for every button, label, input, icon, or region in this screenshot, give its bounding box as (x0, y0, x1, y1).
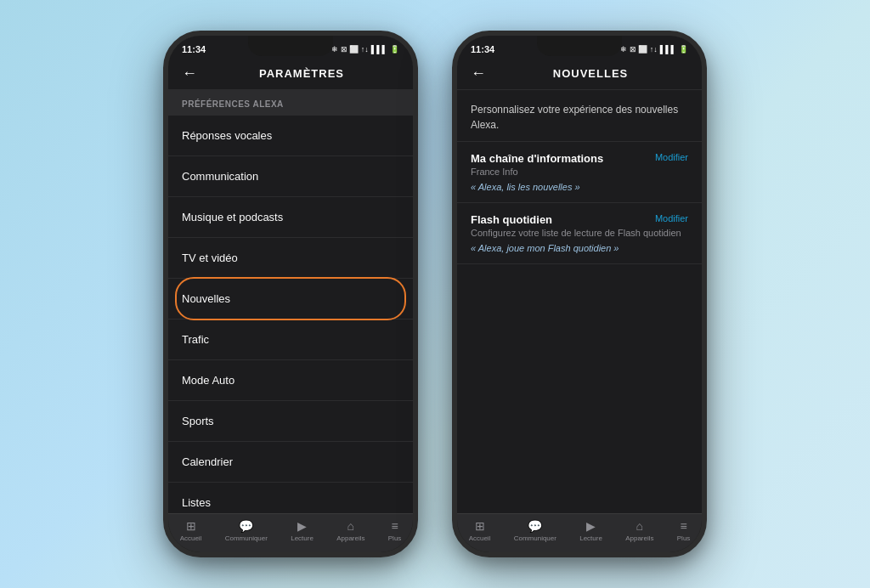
tab-appareils-label: Appareils (336, 534, 364, 542)
tab-communiquer[interactable]: 💬 Communiquer (225, 519, 268, 542)
menu-item-sports[interactable]: Sports (168, 401, 413, 442)
left-menu-content: Réponses vocales Communication Musique e… (168, 116, 413, 513)
menu-item-nouvelles-label: Nouvelles (182, 292, 230, 305)
left-status-icons: 23,0 Ko/s ✦ ❄ ⊠ ⬜ ↑↓ ▌▌▌ 🔋 (288, 45, 399, 54)
left-phone-screen: 11:34 23,0 Ko/s ✦ ❄ ⊠ ⬜ ↑↓ ▌▌▌ 🔋 ← PARAM… (168, 36, 413, 552)
menu-item-communication-label: Communication (182, 170, 258, 183)
right-tab-bar: ⊞ Accueil 💬 Communiquer ▶ Lecture ⌂ Appa… (457, 513, 702, 552)
menu-item-mode-auto-label: Mode Auto (182, 374, 234, 387)
menu-item-musique[interactable]: Musique et podcasts (168, 197, 413, 238)
left-phone: 11:34 23,0 Ko/s ✦ ❄ ⊠ ⬜ ↑↓ ▌▌▌ 🔋 ← PARAM… (163, 31, 418, 557)
tab-accueil-label: Accueil (180, 534, 202, 542)
tab-lecture[interactable]: ▶ Lecture (291, 519, 314, 542)
menu-item-calendrier-label: Calendrier (182, 455, 233, 468)
right-nav-title: NOUVELLES (493, 67, 688, 80)
flash-title-row: Flash quotidien Modifier (471, 213, 688, 226)
menu-item-reponses[interactable]: Réponses vocales (168, 116, 413, 156)
right-nav-bar: ← NOUVELLES (457, 59, 702, 90)
right-chat-icon: 💬 (528, 519, 542, 533)
tab-appareils[interactable]: ⌂ Appareils (336, 519, 364, 542)
menu-item-listes[interactable]: Listes (168, 483, 413, 513)
play-icon: ▶ (297, 519, 307, 533)
right-tab-appareils[interactable]: ⌂ Appareils (625, 519, 653, 542)
menu-item-reponses-label: Réponses vocales (182, 129, 272, 142)
right-tab-communiquer-label: Communiquer (514, 534, 556, 542)
flash-quote: « Alexa, joue mon Flash quotidien » (471, 243, 688, 253)
left-nav-bar: ← PARAMÈTRES (168, 59, 413, 90)
tab-accueil[interactable]: ⊞ Accueil (180, 519, 202, 542)
nouvelles-content: Personnalisez votre expérience des nouve… (457, 90, 702, 513)
more-icon: ≡ (391, 519, 398, 533)
nouvelles-intro: Personnalisez votre expérience des nouve… (457, 90, 702, 142)
menu-item-communication[interactable]: Communication (168, 156, 413, 197)
menu-item-trafic-label: Trafic (182, 333, 209, 346)
right-home-icon: ⊞ (475, 519, 485, 533)
right-tab-plus[interactable]: ≡ Plus (677, 519, 691, 542)
left-status-bar: 11:34 23,0 Ko/s ✦ ❄ ⊠ ⬜ ↑↓ ▌▌▌ 🔋 (168, 36, 413, 59)
right-tab-appareils-label: Appareils (625, 534, 653, 542)
right-phone-screen: 11:34 286 Ko/s ✦ ❄ ⊠ ⬜ ↑↓ ▌▌▌ 🔋 ← NOUVEL… (457, 36, 702, 552)
chaine-subtitle: France Info (471, 167, 688, 177)
chaine-modifier-button[interactable]: Modifier (655, 152, 688, 162)
right-tab-accueil-label: Accueil (469, 534, 491, 542)
left-section-header: PRÉFÉRENCES ALEXA (168, 90, 413, 116)
right-back-button[interactable]: ← (471, 65, 486, 82)
menu-item-nouvelles[interactable]: Nouvelles (168, 279, 413, 319)
flash-subtitle: Configurez votre liste de lecture de Fla… (471, 228, 688, 238)
right-tab-lecture-label: Lecture (579, 534, 602, 542)
home-icon: ⊞ (186, 519, 196, 533)
menu-item-sports-label: Sports (182, 415, 214, 427)
flash-title: Flash quotidien (471, 213, 552, 226)
left-phone-frame: 11:34 23,0 Ko/s ✦ ❄ ⊠ ⬜ ↑↓ ▌▌▌ 🔋 ← PARAM… (163, 31, 418, 557)
tab-lecture-label: Lecture (291, 534, 314, 542)
chat-icon: 💬 (239, 519, 253, 533)
left-tab-bar: ⊞ Accueil 💬 Communiquer ▶ Lecture ⌂ Appa… (168, 513, 413, 552)
menu-item-tv[interactable]: TV et vidéo (168, 238, 413, 279)
right-tab-communiquer[interactable]: 💬 Communiquer (514, 519, 556, 542)
flash-section: Flash quotidien Modifier Configurez votr… (457, 203, 702, 264)
tab-communiquer-label: Communiquer (225, 534, 268, 542)
right-tab-plus-label: Plus (677, 534, 691, 542)
left-nav-title: PARAMÈTRES (204, 67, 399, 80)
nouvelles-intro-text: Personnalisez votre expérience des nouve… (471, 104, 678, 131)
chaine-quote: « Alexa, lis les nouvelles » (471, 182, 688, 192)
right-status-icons: 286 Ko/s ✦ ❄ ⊠ ⬜ ↑↓ ▌▌▌ 🔋 (579, 45, 688, 54)
right-phone-frame: 11:34 286 Ko/s ✦ ❄ ⊠ ⬜ ↑↓ ▌▌▌ 🔋 ← NOUVEL… (452, 31, 707, 557)
menu-item-musique-label: Musique et podcasts (182, 211, 283, 223)
menu-item-trafic[interactable]: Trafic (168, 319, 413, 360)
right-status-bar: 11:34 286 Ko/s ✦ ❄ ⊠ ⬜ ↑↓ ▌▌▌ 🔋 (457, 36, 702, 59)
right-tab-accueil[interactable]: ⊞ Accueil (469, 519, 491, 542)
flash-modifier-button[interactable]: Modifier (655, 213, 688, 223)
right-phone: 11:34 286 Ko/s ✦ ❄ ⊠ ⬜ ↑↓ ▌▌▌ 🔋 ← NOUVEL… (452, 31, 707, 557)
right-devices-icon: ⌂ (636, 519, 643, 533)
menu-item-calendrier[interactable]: Calendrier (168, 442, 413, 483)
menu-item-tv-label: TV et vidéo (182, 252, 238, 264)
right-play-icon: ▶ (586, 519, 596, 533)
right-tab-lecture[interactable]: ▶ Lecture (579, 519, 602, 542)
right-more-icon: ≡ (680, 519, 686, 533)
left-back-button[interactable]: ← (182, 65, 197, 82)
tab-plus-label: Plus (388, 534, 402, 542)
menu-item-mode-auto[interactable]: Mode Auto (168, 360, 413, 401)
chaine-title: Ma chaîne d'informations (471, 152, 603, 165)
left-status-time: 11:34 (182, 44, 206, 54)
chaine-section: Ma chaîne d'informations Modifier France… (457, 142, 702, 203)
devices-icon: ⌂ (347, 519, 354, 533)
tab-plus[interactable]: ≡ Plus (388, 519, 402, 542)
menu-item-listes-label: Listes (182, 496, 211, 509)
left-section-header-text: PRÉFÉRENCES ALEXA (182, 99, 284, 109)
chaine-title-row: Ma chaîne d'informations Modifier (471, 152, 688, 165)
right-status-time: 11:34 (471, 44, 494, 54)
